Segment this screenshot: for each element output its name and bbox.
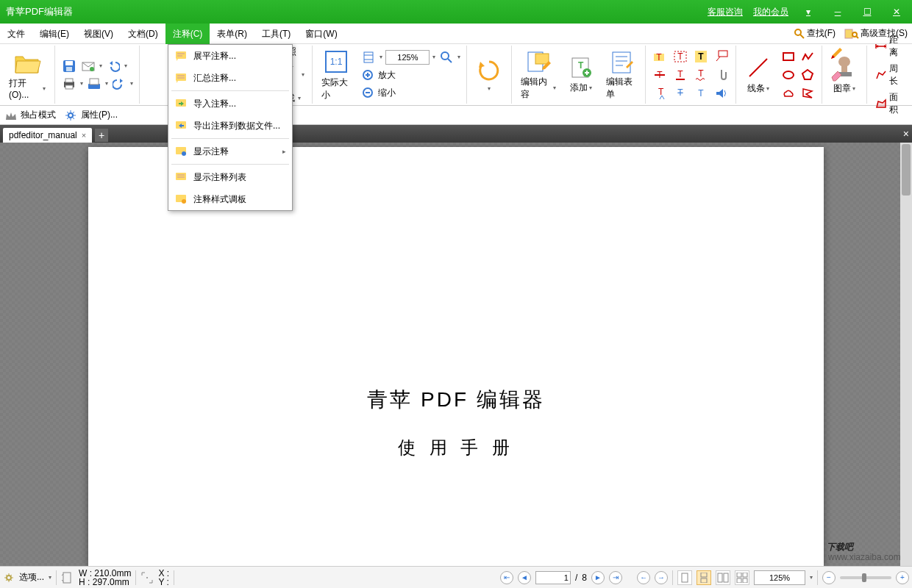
- highlight-button[interactable]: T: [652, 49, 668, 65]
- replace-text-button[interactable]: T: [672, 85, 688, 101]
- scan-button[interactable]: [86, 76, 102, 92]
- height-label: H :: [79, 577, 90, 587]
- redo-button[interactable]: [111, 76, 127, 92]
- svg-line-51: [749, 59, 767, 76]
- new-tab-button[interactable]: +: [95, 129, 108, 142]
- email-button[interactable]: [80, 58, 96, 74]
- zoom-out-button[interactable]: 缩小: [360, 86, 460, 101]
- menu-form[interactable]: 表单(R): [210, 24, 254, 44]
- polygon-button[interactable]: [799, 67, 816, 83]
- menu-summarize[interactable]: 汇总注释...: [168, 67, 292, 89]
- underline-button[interactable]: T: [672, 67, 688, 83]
- nav-back-button[interactable]: ←: [637, 571, 650, 584]
- print-icon: [62, 76, 76, 91]
- strikeout-button[interactable]: T: [652, 67, 668, 83]
- menu-window[interactable]: 窗口(W): [298, 24, 344, 44]
- last-page-button[interactable]: ⇥: [609, 571, 622, 584]
- menu-file[interactable]: 文件: [0, 24, 32, 44]
- zoom-input[interactable]: [385, 50, 430, 65]
- save-button[interactable]: [61, 58, 77, 74]
- sound-button[interactable]: [713, 85, 730, 101]
- exclusive-mode-button[interactable]: 独占模式: [3, 108, 57, 122]
- maximize-icon[interactable]: ☐: [858, 4, 877, 19]
- menu-style[interactable]: 注释样式调板: [168, 188, 292, 210]
- menu-view[interactable]: 视图(V): [76, 24, 121, 44]
- two-continuous-view[interactable]: [735, 570, 749, 585]
- undo-button[interactable]: [105, 58, 121, 74]
- attach-button[interactable]: [713, 67, 730, 83]
- member-link[interactable]: 我的会员: [753, 6, 788, 18]
- minimize-icon[interactable]: ─: [828, 4, 847, 19]
- open-button[interactable]: 打开(O)...▾: [6, 48, 49, 101]
- advanced-search-icon: [844, 28, 859, 40]
- polyline-button[interactable]: [799, 49, 816, 65]
- single-page-view[interactable]: [677, 570, 692, 585]
- add-button[interactable]: T 添加▾: [565, 54, 597, 96]
- member-dropdown-icon[interactable]: ▾: [799, 4, 818, 19]
- menu-export[interactable]: 导出注释到数据文件...: [168, 115, 292, 137]
- cloud-button[interactable]: [780, 85, 797, 101]
- menu-import[interactable]: 导入注释...: [168, 93, 292, 115]
- zoom-in-status[interactable]: +: [896, 571, 909, 584]
- two-page-view[interactable]: [716, 570, 730, 585]
- insert-text-button[interactable]: T: [652, 85, 668, 101]
- menu-edit[interactable]: 编辑(E): [32, 24, 76, 44]
- support-link[interactable]: 客服咨询: [708, 6, 743, 18]
- print-button[interactable]: [61, 76, 77, 92]
- textbox-button[interactable]: T: [672, 49, 688, 65]
- prev-page-button[interactable]: ◄: [518, 571, 531, 584]
- actual-size-button[interactable]: 1:1 实际大小: [318, 47, 355, 103]
- menu-flatten[interactable]: 展平注释...: [168, 45, 292, 67]
- edit-form-button[interactable]: 编辑表单: [603, 48, 640, 102]
- svg-point-53: [783, 71, 794, 79]
- page-number-input[interactable]: [535, 571, 571, 584]
- zoom-tool-button[interactable]: [438, 49, 455, 65]
- close-icon[interactable]: ✕: [887, 4, 906, 19]
- eraser-button[interactable]: [828, 66, 844, 82]
- zoom-slider[interactable]: [840, 576, 891, 579]
- svg-rect-74: [724, 573, 728, 582]
- freeform-button[interactable]: [799, 85, 816, 101]
- area-button[interactable]: 面积: [873, 90, 906, 117]
- nav-forward-button[interactable]: →: [655, 571, 668, 584]
- first-page-button[interactable]: ⇤: [500, 571, 513, 584]
- edit-content-button[interactable]: 编辑内容▾: [518, 48, 558, 102]
- rectangle-icon: [782, 50, 795, 63]
- menu-show[interactable]: 显示注释▸: [168, 140, 292, 162]
- menu-document[interactable]: 文档(D): [121, 24, 165, 44]
- x-label: X :: [158, 569, 169, 578]
- zoom-in-button[interactable]: 放大: [360, 68, 460, 83]
- lines-button[interactable]: 线条▾: [742, 53, 774, 96]
- scrollbar-thumb[interactable]: [902, 144, 911, 196]
- zoom-slider-thumb[interactable]: [862, 573, 866, 582]
- area-icon: [874, 98, 886, 110]
- find-button[interactable]: 查找(F): [789, 27, 840, 40]
- tabbar-close-icon[interactable]: ×: [903, 128, 909, 140]
- fit-page-button[interactable]: [360, 49, 377, 65]
- continuous-view[interactable]: [697, 570, 711, 585]
- distance-button[interactable]: 距离: [873, 33, 906, 60]
- menu-showlist[interactable]: 显示注释列表: [168, 166, 292, 188]
- tab-close-icon[interactable]: ×: [82, 131, 86, 140]
- zoom-out-status[interactable]: −: [822, 571, 836, 584]
- pencil-button[interactable]: [828, 46, 844, 62]
- workspace[interactable]: 青苹 PDF 编辑器 使 用 手 册: [0, 143, 912, 566]
- next-page-button[interactable]: ►: [591, 571, 605, 584]
- menu-comment[interactable]: 注释(C): [165, 24, 210, 44]
- oval-button[interactable]: [780, 67, 797, 83]
- perimeter-button[interactable]: 周长: [873, 62, 906, 88]
- svg-text:1:1: 1:1: [330, 57, 343, 67]
- crown-icon: [4, 110, 18, 121]
- callout-button[interactable]: [713, 49, 730, 65]
- options-button[interactable]: 选项...: [19, 571, 44, 584]
- document-tab[interactable]: pdfeditor_manual ×: [3, 128, 92, 143]
- status-zoom-input[interactable]: [754, 570, 805, 585]
- menu-tools[interactable]: 工具(T): [254, 24, 298, 44]
- properties-button[interactable]: 属性(P)...: [63, 108, 119, 122]
- rotate-button[interactable]: ▾: [473, 56, 505, 93]
- squiggly-button[interactable]: T: [693, 67, 709, 83]
- rectangle-button[interactable]: [780, 49, 797, 65]
- text-correction-button[interactable]: T: [693, 85, 709, 101]
- typewriter-button[interactable]: T: [693, 49, 709, 65]
- vertical-scrollbar[interactable]: [900, 143, 912, 566]
